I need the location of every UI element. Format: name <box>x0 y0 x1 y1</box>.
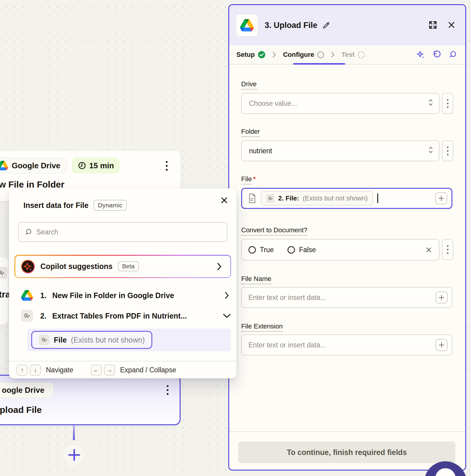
mapped-file-token[interactable]: 2. File: (Exists but not shown) <box>261 191 373 206</box>
document-icon <box>248 193 257 203</box>
step-title: 3. Upload File <box>265 21 318 30</box>
radio-circle-icon[interactable] <box>287 246 295 254</box>
configure-pending-circle-icon <box>317 51 324 58</box>
file-name-text-input[interactable] <box>243 294 436 302</box>
tab-setup[interactable]: Setup <box>236 51 266 59</box>
google-drive-icon <box>240 19 254 32</box>
insert-data-item-step1[interactable]: 1. New File in Folder in Google Drive <box>21 288 231 303</box>
app-pill-google-drive-fragment: oogle Drive <box>0 382 54 398</box>
nutrient-dots-icon <box>39 334 50 345</box>
card-menu-kebab-icon[interactable] <box>162 383 173 397</box>
convert-field: True False <box>241 239 439 261</box>
tab-configure[interactable]: Configure <box>283 51 324 59</box>
item-label: Extract Tables From PDF in Nutrient... <box>52 312 187 320</box>
convert-field-menu-kebab-icon[interactable] <box>442 239 453 260</box>
chevron-down-icon <box>222 313 231 319</box>
file-extension-field-label: File Extension <box>241 322 283 330</box>
google-drive-icon <box>0 161 8 170</box>
ai-sparkle-icon[interactable] <box>416 50 425 59</box>
item-label: New File in Folder in Google Drive <box>52 291 174 300</box>
search-input[interactable] <box>36 228 221 236</box>
arrow-left-key[interactable]: ← <box>91 365 102 376</box>
radio-false[interactable]: False <box>287 246 316 254</box>
item-number: 1. <box>40 291 52 300</box>
nutrient-dots-icon <box>0 267 7 279</box>
folder-field-label: Folder <box>241 128 260 136</box>
copilot-icon <box>21 259 35 274</box>
beta-badge: Beta <box>118 261 139 271</box>
file-extension-input[interactable] <box>241 334 452 355</box>
refresh-icon[interactable] <box>432 50 441 59</box>
convert-field-label: Convert to Document? <box>241 226 307 234</box>
copilot-suggestions-row[interactable]: Copilot suggestions Beta <box>14 255 231 278</box>
insert-data-plus-icon[interactable] <box>435 192 447 204</box>
hidden-step-card-fragment[interactable]: tra <box>0 257 8 325</box>
step-tabbar: Setup Configure Test <box>229 45 465 65</box>
setup-complete-check-icon <box>258 51 266 59</box>
chevron-right-icon <box>331 52 335 58</box>
item-number: 2. <box>40 312 52 320</box>
chevron-right-icon <box>272 52 276 58</box>
timer-badge[interactable]: 15 min <box>72 158 120 173</box>
arrow-down-key[interactable]: ↓ <box>30 365 41 376</box>
test-pending-circle-icon <box>358 51 365 58</box>
tab-actions <box>416 50 465 59</box>
app-pill-google-drive: Google Drive <box>0 158 67 173</box>
search-icon <box>25 228 32 236</box>
drive-field-label: Drive <box>241 80 257 88</box>
radio-true-label: True <box>260 246 274 254</box>
insert-data-item-step2[interactable]: 2. Extract Tables From PDF in Nutrient..… <box>21 308 231 324</box>
add-step-plus-icon[interactable] <box>67 448 81 462</box>
navigate-label: Navigate <box>46 366 73 374</box>
expanded-field-row: File (Exists but not shown) <box>27 328 231 351</box>
chevron-right-icon <box>222 292 231 299</box>
arrow-up-key[interactable]: ↑ <box>17 365 28 376</box>
close-panel-icon[interactable] <box>447 21 456 29</box>
card-menu-kebab-icon[interactable] <box>161 159 172 173</box>
help-bubble-inner <box>435 468 456 476</box>
insert-data-plus-icon[interactable] <box>436 291 448 304</box>
workflow-connector-line <box>73 425 75 440</box>
continue-button-disabled[interactable]: To continue, finish required fields <box>238 441 455 463</box>
expand-collapse-label: Expand / Collapse <box>120 366 176 374</box>
popup-search-box[interactable] <box>18 222 227 242</box>
clear-selection-icon[interactable] <box>425 246 432 253</box>
google-drive-icon <box>21 290 33 301</box>
workflow-canvas: Google Drive 15 min w File in Folder tra… <box>0 0 471 476</box>
drive-field-menu-kebab-icon[interactable] <box>442 93 453 114</box>
drive-placeholder: Choose value... <box>249 99 297 108</box>
file-name-input[interactable] <box>241 287 452 308</box>
popup-footer: ↑ ↓ Navigate ← → Expand / Collapse <box>9 362 236 378</box>
folder-select[interactable]: nutrient <box>241 140 439 161</box>
folder-field-menu-kebab-icon[interactable] <box>442 140 453 161</box>
token-label: File <box>54 336 67 344</box>
file-name-field-label: File Name <box>241 275 271 283</box>
file-input-focused[interactable]: 2. File: (Exists but not shown) <box>241 188 452 209</box>
panel-header: 3. Upload File <box>229 5 465 45</box>
arrow-right-key[interactable]: → <box>104 365 115 376</box>
copilot-label: Copilot suggestions <box>41 262 113 271</box>
tab-configure-label: Configure <box>283 51 314 59</box>
search-icon[interactable] <box>448 50 457 59</box>
timer-label: 15 min <box>89 161 114 170</box>
app-icon-box <box>236 14 258 36</box>
radio-circle-icon[interactable] <box>248 246 256 254</box>
nutrient-dots-icon <box>266 194 275 203</box>
tab-test[interactable]: Test <box>342 51 365 59</box>
select-chevrons-icon <box>427 98 435 109</box>
step3-card-title: pload File <box>0 405 42 415</box>
required-asterisk: * <box>253 175 256 183</box>
radio-true[interactable]: True <box>248 246 274 254</box>
nutrient-dots-icon <box>21 310 33 322</box>
insert-data-plus-icon[interactable] <box>436 339 448 351</box>
drive-select[interactable]: Choose value... <box>241 93 439 114</box>
tab-setup-label: Setup <box>236 51 255 59</box>
popup-close-icon[interactable] <box>220 196 229 205</box>
chevron-right-icon <box>215 263 224 270</box>
file-field-token[interactable]: File (Exists but not shown) <box>31 331 152 349</box>
step3-card-selected[interactable]: oogle Drive pload File <box>0 375 181 425</box>
radio-false-label: False <box>299 246 316 254</box>
rename-pencil-icon[interactable] <box>322 21 330 29</box>
expand-panel-icon[interactable] <box>428 20 438 30</box>
file-extension-text-input[interactable] <box>243 341 436 349</box>
